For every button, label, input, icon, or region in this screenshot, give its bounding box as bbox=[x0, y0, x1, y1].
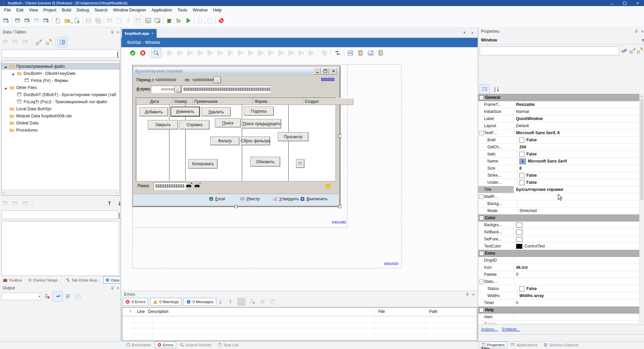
stop-icon[interactable]: ▾ bbox=[217, 16, 226, 25]
property-row[interactable]: Backg... bbox=[478, 200, 639, 207]
add-file-icon[interactable]: ▾ bbox=[72, 16, 82, 25]
property-row[interactable]: Timer 0 bbox=[478, 299, 639, 307]
resize-handle[interactable] bbox=[338, 205, 341, 208]
menu-item[interactable]: Window Designer bbox=[110, 7, 149, 13]
property-row[interactable]: SelBack... bbox=[478, 229, 639, 236]
property-row[interactable]: Extra bbox=[478, 250, 639, 257]
edit-table-icon[interactable]: ▾ bbox=[153, 16, 162, 25]
color-swatch[interactable] bbox=[516, 244, 522, 249]
browse-table-icon[interactable]: ▾ bbox=[143, 16, 153, 25]
form-maximize-button[interactable] bbox=[322, 68, 329, 75]
tab-close-icon[interactable] bbox=[152, 31, 154, 35]
tree-item[interactable]: Procedures bbox=[2, 126, 120, 134]
close-button[interactable] bbox=[631, 0, 644, 6]
center-window-h-icon[interactable] bbox=[276, 48, 286, 58]
property-row[interactable]: Cursor bbox=[478, 321, 639, 323]
toolbar-icon[interactable]: ▾ bbox=[104, 17, 104, 24]
left-search-2-input[interactable] bbox=[3, 212, 117, 217]
color-swatch[interactable] bbox=[516, 223, 522, 228]
align-bottom-icon[interactable] bbox=[195, 48, 205, 58]
menu-item[interactable]: Window bbox=[190, 7, 210, 13]
toggle-output-icon[interactable] bbox=[53, 291, 63, 301]
center-window-v-icon[interactable] bbox=[286, 48, 296, 58]
form-close-button[interactable] bbox=[330, 68, 337, 75]
tab-order-assistant-icon[interactable]: Can bbox=[366, 48, 376, 58]
menu-item[interactable]: Build bbox=[59, 7, 74, 13]
collapse-icon[interactable] bbox=[479, 195, 484, 199]
form-button[interactable]: Обновить bbox=[250, 157, 280, 167]
next-error-icon[interactable] bbox=[216, 298, 224, 306]
registry-button[interactable]: Реестр bbox=[240, 197, 260, 201]
form-button[interactable]: Закрыть bbox=[148, 120, 178, 129]
tree-item[interactable]: DocBuhT (DBuhT) - Бухгалтерские справки … bbox=[2, 91, 120, 98]
menu-item[interactable]: Tools bbox=[175, 7, 190, 13]
form-minimize-button[interactable] bbox=[314, 68, 321, 75]
property-row[interactable]: Statu... bbox=[478, 278, 639, 285]
property-row[interactable]: Under... False bbox=[478, 179, 639, 186]
property-row[interactable]: Help bbox=[478, 307, 639, 314]
form-button[interactable]: Подпись bbox=[244, 107, 274, 116]
form-button[interactable]: Сброс фильтра bbox=[241, 137, 270, 145]
tree-item[interactable]: Other Files bbox=[2, 84, 120, 91]
property-row[interactable]: Widths Widths array bbox=[478, 292, 639, 299]
menu-item[interactable]: Debug bbox=[74, 7, 92, 13]
tab-task-list[interactable]: Task List bbox=[215, 342, 241, 348]
word-wrap-icon[interactable] bbox=[63, 292, 73, 301]
collapse-icon[interactable] bbox=[479, 131, 484, 135]
object-selector[interactable]: Window bbox=[478, 36, 644, 45]
property-row[interactable]: FrameT... Resizable bbox=[478, 101, 639, 108]
tab-toolbox[interactable]: Toolbox bbox=[1, 277, 25, 284]
property-row[interactable]: Mode Stretched bbox=[478, 207, 639, 214]
tab-tab-order-assistant[interactable]: Tab Order Assi... bbox=[63, 277, 102, 284]
same-height-icon[interactable] bbox=[256, 48, 265, 58]
collapse-icon[interactable] bbox=[479, 280, 484, 284]
fit-width-icon[interactable] bbox=[296, 48, 306, 58]
collapse-icon[interactable] bbox=[479, 308, 484, 312]
messages-filter[interactable]: 0 Messages bbox=[184, 298, 216, 306]
collapse-all-icon[interactable] bbox=[635, 46, 644, 55]
property-row[interactable]: Backgro... bbox=[478, 222, 639, 229]
cancel-icon[interactable] bbox=[138, 48, 148, 58]
move-up-icon[interactable] bbox=[105, 199, 114, 208]
property-row[interactable]: TextF... Microsoft Sans Serif, 8 bbox=[478, 129, 639, 137]
actions-link[interactable]: Actions..., bbox=[481, 327, 499, 332]
toolbar-icon[interactable] bbox=[149, 49, 150, 57]
checkbox[interactable] bbox=[519, 138, 524, 143]
toolbar-icon[interactable]: ▾ bbox=[12, 17, 12, 24]
tree-item[interactable]: DocBuhH - DBuhH:keyDate bbox=[2, 70, 120, 77]
align-left-icon[interactable] bbox=[165, 48, 174, 58]
menu-item[interactable]: Search bbox=[92, 7, 110, 13]
errors-grid[interactable]: !LineDescriptionFilePath bbox=[122, 307, 477, 341]
new-file-icon[interactable]: ▾ bbox=[53, 16, 63, 25]
expand-arrow-icon[interactable] bbox=[4, 64, 9, 69]
toolbar-icon[interactable]: ▾ bbox=[83, 17, 83, 24]
tab-list-icon[interactable]: ▾ bbox=[463, 30, 465, 35]
property-row[interactable]: Alert bbox=[478, 314, 639, 321]
same-width-icon[interactable] bbox=[246, 48, 255, 58]
columns-icon[interactable] bbox=[57, 37, 67, 47]
form-button[interactable]: Изменить bbox=[170, 107, 200, 117]
fit-height-icon[interactable] bbox=[307, 48, 316, 58]
property-row[interactable]: Size 8 bbox=[478, 165, 639, 172]
property-row[interactable]: General bbox=[478, 94, 639, 101]
tab-bookmarks[interactable]: Bookmarks bbox=[123, 342, 154, 348]
approve-button[interactable]: Утвердить bbox=[273, 197, 299, 201]
property-row[interactable]: Title Бухгалтерские справки bbox=[478, 186, 639, 193]
debug-icon[interactable]: ▾ bbox=[165, 16, 174, 25]
left-search-icon[interactable] bbox=[117, 51, 118, 57]
collapse-icon[interactable] bbox=[479, 95, 484, 100]
left-close-icon[interactable] bbox=[116, 30, 120, 34]
checkbox[interactable] bbox=[519, 173, 524, 178]
align-top-icon[interactable] bbox=[185, 48, 195, 58]
form-button[interactable]: Поиск bbox=[215, 118, 241, 127]
toolbar-icon[interactable] bbox=[32, 200, 32, 207]
expand-all-icon[interactable] bbox=[34, 37, 43, 47]
menu-item[interactable]: File bbox=[1, 7, 13, 13]
left-search-2-icon[interactable] bbox=[119, 212, 120, 218]
prev-app-icon[interactable]: ▾ bbox=[32, 16, 41, 25]
tab-order-icon[interactable] bbox=[333, 48, 342, 58]
form-button[interactable]: Удалить bbox=[201, 107, 231, 116]
next-window-icon[interactable] bbox=[11, 37, 20, 47]
property-row[interactable]: Strike... False bbox=[478, 172, 639, 179]
find-prev-icon[interactable] bbox=[194, 182, 201, 188]
